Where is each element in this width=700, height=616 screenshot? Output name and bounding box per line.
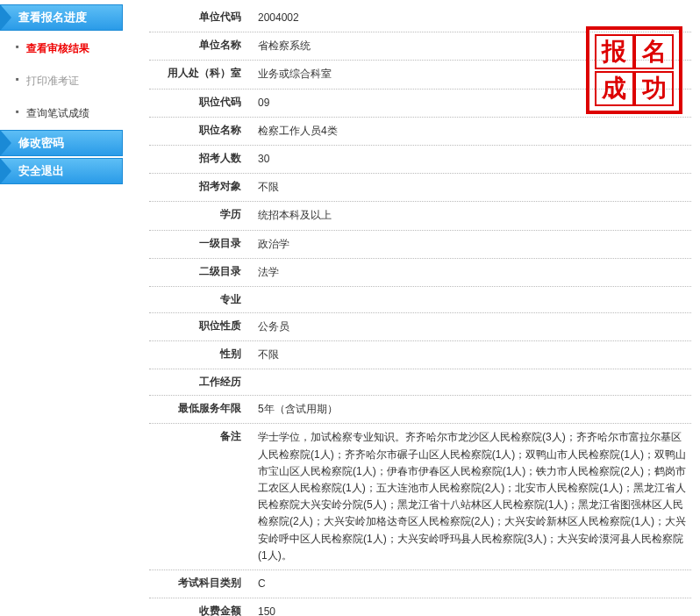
menu-progress[interactable]: 查看报名进度 [0,4,123,31]
field-value: 5年（含试用期） [254,401,338,418]
field-value: 统招本科及以上 [254,207,332,224]
field-label: 二级目录 [149,264,254,281]
field-row: 二级目录法学 [149,259,691,287]
field-value: 业务或综合科室 [254,66,332,82]
field-value: 省检察系统 [254,38,311,54]
field-label: 考试科目类别 [149,576,254,592]
field-value: 30 [254,151,269,168]
sidebar: 查看报名进度 查看审核结果 打印准考证 查询笔试成绩 修改密码 安全退出 [0,0,123,616]
stamp-char: 报 [595,34,634,69]
field-value [254,292,258,307]
success-stamp: 报 名 成 功 [586,26,682,114]
stamp-char: 名 [634,34,674,69]
field-value: 公务员 [254,319,289,335]
field-label: 专业 [149,292,254,307]
field-label: 单位名称 [149,38,254,54]
field-row: 性别不限 [149,341,691,369]
content-area: 报 名 成 功 单位代码2004002单位名称省检察系统用人处（科）室业务或综合… [123,0,700,616]
field-label: 用人处（科）室 [149,66,254,82]
field-value: 不限 [254,347,279,363]
field-value: 学士学位，加试检察专业知识。齐齐哈尔市龙沙区人民检察院(3人)；齐齐哈尔市富拉尔… [254,429,691,564]
field-value: 法学 [254,264,279,281]
field-label: 招考对象 [149,179,254,196]
field-value: 不限 [254,179,279,196]
sidebar-item-review-result[interactable]: 查看审核结果 [0,32,123,65]
field-row: 职位名称检察工作人员4类 [149,118,691,146]
field-value [254,375,258,390]
field-row: 最低服务年限5年（含试用期） [149,396,691,424]
field-value: 09 [254,95,269,111]
stamp-char: 功 [634,71,674,106]
field-value: 检察工作人员4类 [254,123,338,140]
field-label: 最低服务年限 [149,401,254,418]
field-label: 单位代码 [149,10,254,26]
field-label: 学历 [149,207,254,224]
sidebar-item-print-ticket[interactable]: 打印准考证 [0,65,123,97]
field-value: C [254,576,266,592]
field-label: 性别 [149,347,254,363]
field-value: 政治学 [254,236,289,253]
field-label: 职位性质 [149,319,254,335]
field-value: 2004002 [254,10,299,26]
field-label: 工作经历 [149,375,254,390]
field-row: 备注学士学位，加试检察专业知识。齐齐哈尔市龙沙区人民检察院(3人)；齐齐哈尔市富… [149,424,691,570]
menu-logout[interactable]: 安全退出 [0,158,123,184]
field-row: 职位性质公务员 [149,313,691,341]
field-label: 一级目录 [149,236,254,253]
menu-change-password[interactable]: 修改密码 [0,130,123,156]
field-label: 备注 [149,429,254,564]
field-label: 招考人数 [149,151,254,168]
field-row: 收费金额150 [149,598,691,616]
field-row: 工作经历 [149,369,691,396]
stamp-char: 成 [595,71,634,106]
field-label: 职位名称 [149,123,254,140]
field-row: 一级目录政治学 [149,231,691,259]
field-row: 招考人数30 [149,146,691,174]
sidebar-item-query-score[interactable]: 查询笔试成绩 [0,97,123,130]
field-row: 考试科目类别C [149,570,691,598]
field-row: 专业 [149,287,691,313]
field-row: 招考对象不限 [149,174,691,202]
field-label: 职位代码 [149,95,254,111]
field-value: 150 [254,604,275,616]
field-label: 收费金额 [149,604,254,616]
field-row: 学历统招本科及以上 [149,202,691,230]
